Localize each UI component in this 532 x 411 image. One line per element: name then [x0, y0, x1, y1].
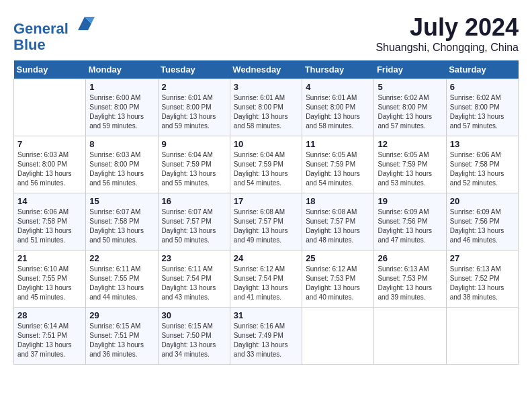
- calendar-cell: [302, 308, 374, 365]
- day-number: 16: [162, 196, 226, 206]
- calendar-cell: 9Sunrise: 6:04 AM Sunset: 7:59 PM Daylig…: [158, 136, 230, 193]
- day-info: Sunrise: 6:07 AM Sunset: 7:57 PM Dayligh…: [162, 208, 226, 245]
- day-info: Sunrise: 6:11 AM Sunset: 7:54 PM Dayligh…: [162, 265, 226, 302]
- day-info: Sunrise: 6:14 AM Sunset: 7:51 PM Dayligh…: [17, 322, 82, 359]
- calendar-cell: 8Sunrise: 6:03 AM Sunset: 8:00 PM Daylig…: [86, 136, 158, 193]
- day-number: 13: [450, 139, 515, 149]
- calendar-cell: 3Sunrise: 6:01 AM Sunset: 8:00 PM Daylig…: [230, 79, 302, 136]
- calendar-cell: 5Sunrise: 6:02 AM Sunset: 8:00 PM Daylig…: [374, 79, 446, 136]
- week-row-2: 7Sunrise: 6:03 AM Sunset: 8:00 PM Daylig…: [14, 136, 519, 193]
- day-info: Sunrise: 6:08 AM Sunset: 7:57 PM Dayligh…: [306, 208, 370, 245]
- logo-icon: [75, 13, 95, 34]
- day-number: 5: [378, 82, 442, 92]
- day-info: Sunrise: 6:02 AM Sunset: 8:00 PM Dayligh…: [450, 93, 515, 131]
- day-info: Sunrise: 6:15 AM Sunset: 7:51 PM Dayligh…: [89, 322, 154, 359]
- day-number: 28: [17, 310, 82, 320]
- calendar-cell: 21Sunrise: 6:10 AM Sunset: 7:55 PM Dayli…: [14, 250, 86, 308]
- calendar-cell: 15Sunrise: 6:07 AM Sunset: 7:58 PM Dayli…: [86, 193, 158, 250]
- calendar-cell: 27Sunrise: 6:13 AM Sunset: 7:52 PM Dayli…: [446, 250, 518, 308]
- day-info: Sunrise: 6:12 AM Sunset: 7:53 PM Dayligh…: [306, 265, 370, 302]
- day-number: 14: [17, 196, 82, 206]
- calendar-cell: [374, 308, 446, 365]
- day-info: Sunrise: 6:05 AM Sunset: 7:59 PM Dayligh…: [306, 150, 370, 188]
- day-info: Sunrise: 6:04 AM Sunset: 7:59 PM Dayligh…: [162, 150, 226, 188]
- calendar-cell: 10Sunrise: 6:04 AM Sunset: 7:59 PM Dayli…: [230, 136, 302, 193]
- logo-general: General: [13, 20, 69, 37]
- day-number: 17: [234, 196, 298, 206]
- calendar-cell: 18Sunrise: 6:08 AM Sunset: 7:57 PM Dayli…: [302, 193, 374, 250]
- calendar-cell: [446, 308, 518, 365]
- day-info: Sunrise: 6:13 AM Sunset: 7:53 PM Dayligh…: [378, 265, 442, 302]
- calendar-cell: 1Sunrise: 6:00 AM Sunset: 8:00 PM Daylig…: [86, 79, 158, 136]
- calendar-cell: [14, 79, 86, 136]
- calendar-cell: 22Sunrise: 6:11 AM Sunset: 7:55 PM Dayli…: [86, 250, 158, 308]
- day-info: Sunrise: 6:03 AM Sunset: 8:00 PM Dayligh…: [17, 150, 82, 188]
- day-info: Sunrise: 6:07 AM Sunset: 7:58 PM Dayligh…: [89, 208, 154, 245]
- calendar-cell: 19Sunrise: 6:09 AM Sunset: 7:56 PM Dayli…: [374, 193, 446, 250]
- day-info: Sunrise: 6:01 AM Sunset: 8:00 PM Dayligh…: [234, 93, 298, 131]
- calendar-cell: 14Sunrise: 6:06 AM Sunset: 7:58 PM Dayli…: [14, 193, 86, 250]
- day-number: 31: [234, 310, 298, 320]
- day-header-row: SundayMondayTuesdayWednesdayThursdayFrid…: [14, 60, 519, 79]
- calendar-table: SundayMondayTuesdayWednesdayThursdayFrid…: [13, 60, 519, 365]
- week-row-1: 1Sunrise: 6:00 AM Sunset: 8:00 PM Daylig…: [14, 79, 519, 136]
- day-number: 19: [378, 196, 442, 206]
- day-number: 26: [378, 253, 442, 263]
- header-monday: Monday: [86, 60, 158, 79]
- header-friday: Friday: [374, 60, 446, 79]
- week-row-5: 28Sunrise: 6:14 AM Sunset: 7:51 PM Dayli…: [14, 308, 519, 365]
- day-info: Sunrise: 6:09 AM Sunset: 7:56 PM Dayligh…: [450, 208, 515, 245]
- day-number: 12: [378, 139, 442, 149]
- day-info: Sunrise: 6:15 AM Sunset: 7:50 PM Dayligh…: [162, 322, 226, 359]
- header-tuesday: Tuesday: [158, 60, 230, 79]
- calendar-cell: 16Sunrise: 6:07 AM Sunset: 7:57 PM Dayli…: [158, 193, 230, 250]
- day-info: Sunrise: 6:11 AM Sunset: 7:55 PM Dayligh…: [89, 265, 154, 302]
- day-number: 29: [89, 310, 154, 320]
- day-info: Sunrise: 6:03 AM Sunset: 8:00 PM Dayligh…: [89, 150, 154, 188]
- day-info: Sunrise: 6:12 AM Sunset: 7:54 PM Dayligh…: [234, 265, 298, 302]
- day-info: Sunrise: 6:08 AM Sunset: 7:57 PM Dayligh…: [234, 208, 298, 245]
- day-number: 10: [234, 139, 298, 149]
- day-info: Sunrise: 6:09 AM Sunset: 7:56 PM Dayligh…: [378, 208, 442, 245]
- calendar-cell: 12Sunrise: 6:05 AM Sunset: 7:59 PM Dayli…: [374, 136, 446, 193]
- day-number: 4: [306, 82, 370, 92]
- day-number: 6: [450, 82, 515, 92]
- calendar-cell: 17Sunrise: 6:08 AM Sunset: 7:57 PM Dayli…: [230, 193, 302, 250]
- day-number: 23: [162, 253, 226, 263]
- day-info: Sunrise: 6:04 AM Sunset: 7:59 PM Dayligh…: [234, 150, 298, 188]
- day-number: 22: [89, 253, 154, 263]
- month-year: July 2024: [375, 13, 519, 42]
- day-number: 30: [162, 310, 226, 320]
- calendar-cell: 24Sunrise: 6:12 AM Sunset: 7:54 PM Dayli…: [230, 250, 302, 308]
- day-info: Sunrise: 6:00 AM Sunset: 8:00 PM Dayligh…: [89, 93, 154, 131]
- page-header: General Blue July 2024 Shuangshi, Chongq…: [13, 13, 519, 54]
- calendar-cell: 28Sunrise: 6:14 AM Sunset: 7:51 PM Dayli…: [14, 308, 86, 365]
- calendar-cell: 4Sunrise: 6:01 AM Sunset: 8:00 PM Daylig…: [302, 79, 374, 136]
- day-number: 3: [234, 82, 298, 92]
- day-number: 8: [89, 139, 154, 149]
- day-number: 18: [306, 196, 370, 206]
- calendar-cell: 23Sunrise: 6:11 AM Sunset: 7:54 PM Dayli…: [158, 250, 230, 308]
- header-wednesday: Wednesday: [230, 60, 302, 79]
- day-number: 15: [89, 196, 154, 206]
- logo-text: General: [13, 13, 95, 37]
- day-info: Sunrise: 6:01 AM Sunset: 8:00 PM Dayligh…: [162, 93, 226, 131]
- day-info: Sunrise: 6:05 AM Sunset: 7:59 PM Dayligh…: [378, 150, 442, 188]
- calendar-cell: 26Sunrise: 6:13 AM Sunset: 7:53 PM Dayli…: [374, 250, 446, 308]
- day-number: 20: [450, 196, 515, 206]
- day-number: 11: [306, 139, 370, 149]
- day-number: 7: [17, 139, 82, 149]
- week-row-4: 21Sunrise: 6:10 AM Sunset: 7:55 PM Dayli…: [14, 250, 519, 308]
- calendar-cell: 30Sunrise: 6:15 AM Sunset: 7:50 PM Dayli…: [158, 308, 230, 365]
- day-info: Sunrise: 6:10 AM Sunset: 7:55 PM Dayligh…: [17, 265, 82, 302]
- day-number: 25: [306, 253, 370, 263]
- calendar-cell: 31Sunrise: 6:16 AM Sunset: 7:49 PM Dayli…: [230, 308, 302, 365]
- day-number: 1: [89, 82, 154, 92]
- header-thursday: Thursday: [302, 60, 374, 79]
- logo: General Blue: [13, 13, 95, 53]
- day-number: 21: [17, 253, 82, 263]
- calendar-cell: 6Sunrise: 6:02 AM Sunset: 8:00 PM Daylig…: [446, 79, 518, 136]
- location: Shuangshi, Chongqing, China: [375, 42, 519, 54]
- calendar-cell: 20Sunrise: 6:09 AM Sunset: 7:56 PM Dayli…: [446, 193, 518, 250]
- logo-blue: Blue: [13, 37, 95, 53]
